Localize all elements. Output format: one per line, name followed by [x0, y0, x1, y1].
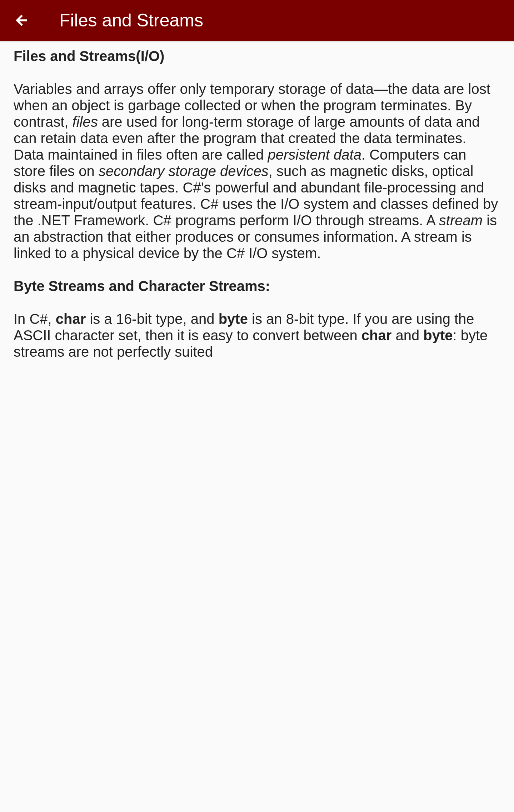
- section-heading: Files and Streams(I/O): [14, 48, 500, 64]
- para1-italic-files: files: [73, 114, 98, 130]
- paragraph-1: Variables and arrays offer only temporar…: [14, 81, 500, 261]
- paragraph-2: In C#, char is a 16-bit type, and byte i…: [14, 311, 500, 360]
- para2-bold-byte: byte: [219, 311, 248, 327]
- para2-text: is a 16-bit type, and: [86, 311, 218, 327]
- para1-italic-persistent: persistent data: [268, 147, 361, 162]
- para1-italic-stream: stream: [439, 212, 483, 228]
- para2-bold-char2: char: [361, 327, 392, 343]
- para2-bold-byte2: byte: [423, 327, 453, 343]
- para2-text: and: [391, 327, 423, 343]
- para1-italic-secondary: secondary storage devices: [99, 163, 269, 179]
- app-title: Files and Streams: [59, 10, 203, 31]
- back-arrow-icon[interactable]: [14, 12, 29, 28]
- para2-bold-char: char: [56, 311, 86, 327]
- subheading-byte-streams: Byte Streams and Character Streams:: [14, 278, 500, 294]
- para2-text: In C#,: [14, 311, 56, 327]
- app-bar: Files and Streams: [0, 0, 514, 41]
- content-area[interactable]: Files and Streams(I/O) Variables and arr…: [0, 41, 514, 367]
